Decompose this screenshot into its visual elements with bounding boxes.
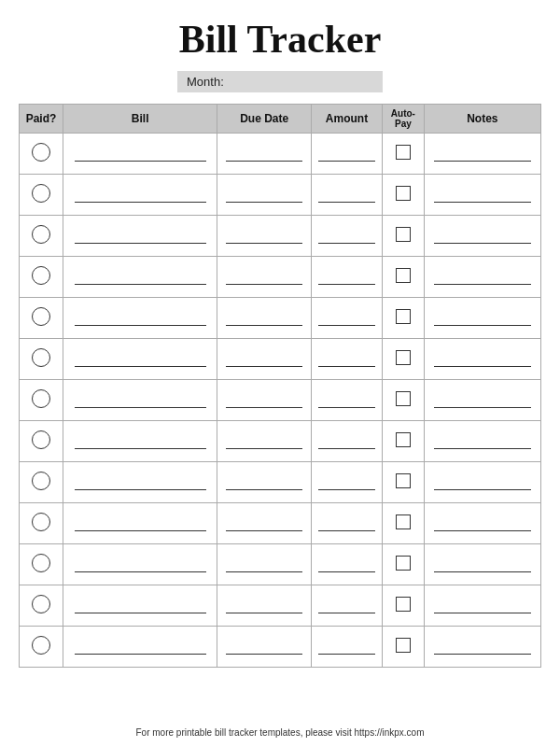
autopay-checkbox[interactable]: [396, 350, 411, 365]
bill-cell[interactable]: [63, 544, 217, 585]
due-date-input[interactable]: [226, 355, 302, 367]
paid-cell[interactable]: [20, 298, 63, 339]
bill-input[interactable]: [75, 478, 206, 490]
notes-cell[interactable]: [424, 421, 540, 462]
notes-cell[interactable]: [424, 257, 540, 298]
notes-cell[interactable]: [424, 380, 540, 421]
bill-cell[interactable]: [63, 339, 217, 380]
notes-input[interactable]: [434, 478, 532, 490]
due-date-cell[interactable]: [217, 421, 312, 462]
paid-radio[interactable]: [32, 636, 50, 655]
autopay-checkbox[interactable]: [396, 556, 411, 571]
paid-radio[interactable]: [32, 595, 50, 613]
amount-input[interactable]: [318, 314, 374, 326]
notes-cell[interactable]: [424, 544, 540, 585]
autopay-checkbox[interactable]: [396, 268, 411, 283]
bill-input[interactable]: [75, 314, 206, 326]
notes-cell[interactable]: [424, 216, 540, 257]
amount-cell[interactable]: [312, 216, 383, 257]
amount-cell[interactable]: [312, 134, 383, 175]
autopay-cell[interactable]: [383, 503, 425, 544]
paid-cell[interactable]: [20, 503, 63, 544]
amount-input[interactable]: [318, 642, 374, 655]
paid-cell[interactable]: [20, 544, 63, 585]
notes-cell[interactable]: [424, 298, 540, 339]
paid-cell[interactable]: [20, 339, 63, 380]
due-date-cell[interactable]: [217, 544, 312, 585]
due-date-cell[interactable]: [217, 339, 312, 380]
notes-input[interactable]: [434, 273, 532, 285]
due-date-cell[interactable]: [217, 298, 312, 339]
notes-cell[interactable]: [424, 339, 540, 380]
autopay-checkbox[interactable]: [396, 227, 411, 242]
autopay-cell[interactable]: [383, 134, 425, 175]
due-date-cell[interactable]: [217, 257, 312, 298]
amount-cell[interactable]: [312, 462, 383, 503]
paid-radio[interactable]: [32, 472, 50, 490]
paid-cell[interactable]: [20, 175, 63, 216]
due-date-cell[interactable]: [217, 627, 312, 668]
notes-input[interactable]: [434, 314, 532, 326]
bill-input[interactable]: [75, 519, 206, 531]
amount-input[interactable]: [318, 519, 374, 531]
paid-radio[interactable]: [32, 225, 50, 244]
autopay-checkbox[interactable]: [396, 186, 411, 201]
amount-cell[interactable]: [312, 339, 383, 380]
bill-cell[interactable]: [63, 627, 217, 668]
amount-cell[interactable]: [312, 257, 383, 298]
autopay-cell[interactable]: [383, 380, 425, 421]
bill-cell[interactable]: [63, 134, 217, 175]
bill-input[interactable]: [75, 232, 206, 244]
amount-input[interactable]: [318, 396, 374, 408]
autopay-cell[interactable]: [383, 585, 425, 627]
autopay-checkbox[interactable]: [396, 391, 411, 406]
paid-cell[interactable]: [20, 585, 63, 627]
notes-cell[interactable]: [424, 175, 540, 216]
paid-radio[interactable]: [32, 513, 50, 531]
amount-input[interactable]: [318, 601, 374, 613]
amount-input[interactable]: [318, 478, 374, 490]
bill-input[interactable]: [75, 642, 206, 655]
amount-input[interactable]: [318, 560, 374, 572]
notes-cell[interactable]: [424, 134, 540, 175]
due-date-input[interactable]: [226, 190, 302, 203]
autopay-checkbox[interactable]: [396, 432, 411, 447]
amount-cell[interactable]: [312, 503, 383, 544]
bill-cell[interactable]: [63, 216, 217, 257]
due-date-input[interactable]: [226, 149, 302, 162]
due-date-input[interactable]: [226, 519, 302, 531]
autopay-cell[interactable]: [383, 627, 425, 668]
autopay-cell[interactable]: [383, 339, 425, 380]
bill-cell[interactable]: [63, 462, 217, 503]
bill-input[interactable]: [75, 273, 206, 285]
autopay-checkbox[interactable]: [396, 473, 411, 488]
paid-cell[interactable]: [20, 380, 63, 421]
due-date-input[interactable]: [226, 601, 302, 613]
notes-input[interactable]: [434, 355, 532, 367]
notes-input[interactable]: [434, 642, 532, 655]
due-date-cell[interactable]: [217, 380, 312, 421]
month-input[interactable]: [230, 75, 386, 89]
autopay-cell[interactable]: [383, 175, 425, 216]
amount-cell[interactable]: [312, 627, 383, 668]
paid-cell[interactable]: [20, 627, 63, 668]
bill-input[interactable]: [75, 601, 206, 613]
bill-input[interactable]: [75, 355, 206, 367]
due-date-cell[interactable]: [217, 175, 312, 216]
notes-input[interactable]: [434, 560, 532, 572]
bill-cell[interactable]: [63, 421, 217, 462]
autopay-checkbox[interactable]: [396, 145, 411, 160]
amount-input[interactable]: [318, 273, 374, 285]
amount-cell[interactable]: [312, 421, 383, 462]
autopay-cell[interactable]: [383, 298, 425, 339]
bill-input[interactable]: [75, 190, 206, 203]
due-date-input[interactable]: [226, 273, 302, 285]
due-date-cell[interactable]: [217, 216, 312, 257]
autopay-checkbox[interactable]: [396, 638, 411, 653]
amount-cell[interactable]: [312, 175, 383, 216]
bill-input[interactable]: [75, 560, 206, 572]
amount-input[interactable]: [318, 355, 374, 367]
due-date-input[interactable]: [226, 232, 302, 244]
autopay-cell[interactable]: [383, 421, 425, 462]
amount-cell[interactable]: [312, 544, 383, 585]
